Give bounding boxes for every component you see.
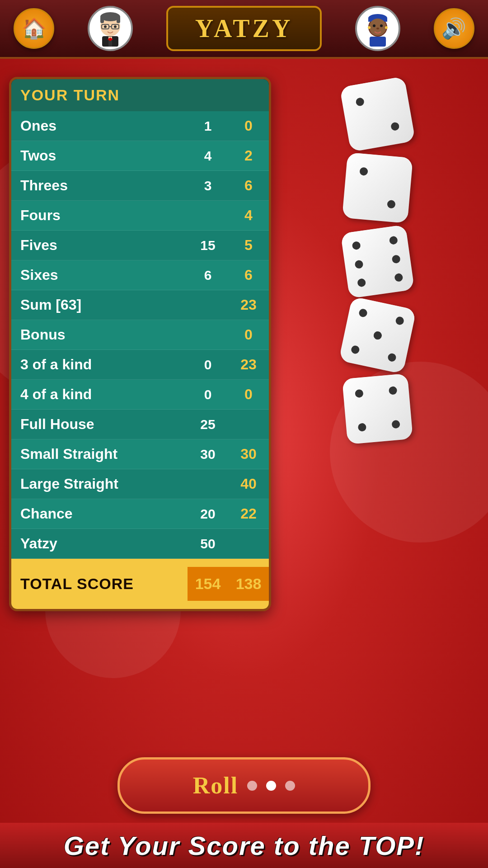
game-title: YATZY [166, 6, 322, 51]
die-4[interactable] [338, 297, 416, 374]
total-label: TOTAL SCORE [20, 575, 188, 593]
row-label-smallstraight: Small Straight [11, 439, 188, 469]
die-3[interactable] [340, 225, 414, 299]
svg-rect-2 [100, 17, 104, 23]
row-label-ones: Ones [11, 111, 188, 141]
title-text: YATZY [195, 14, 293, 42]
row-label-chance: Chance [11, 499, 188, 528]
row-col2-bonus: 0 [228, 320, 269, 349]
row-col2-fives: 5 [228, 231, 269, 260]
die-1[interactable] [339, 76, 415, 152]
dot [372, 330, 382, 340]
table-row: Sum [63] 23 [11, 290, 269, 320]
svg-point-7 [104, 25, 107, 28]
table-row[interactable]: Chance 20 22 [11, 499, 269, 529]
table-row[interactable]: Full House 25 [11, 410, 269, 439]
sound-button[interactable]: 🔊 [434, 8, 474, 49]
bottom-banner: Get Your Score to the TOP! [0, 823, 488, 868]
row-col2-chance: 22 [228, 499, 269, 528]
table-row[interactable]: 3 of a kind 0 23 [11, 350, 269, 380]
dot [357, 423, 366, 432]
table-row[interactable]: Threes 3 6 [11, 171, 269, 201]
row-label-bonus: Bonus [11, 320, 188, 349]
row-label-yatzy: Yatzy [11, 529, 188, 558]
dot [387, 353, 396, 362]
row-col2-twos: 2 [228, 141, 269, 170]
svg-point-20 [385, 26, 388, 29]
dot [395, 316, 404, 326]
row-col1-3kind: 0 [188, 351, 228, 379]
row-label-twos: Twos [11, 141, 188, 170]
row-col1-chance: 20 [188, 500, 228, 528]
row-col2-sum: 23 [228, 290, 269, 320]
row-label-3kind: 3 of a kind [11, 350, 188, 379]
die-5[interactable] [342, 373, 413, 444]
table-row[interactable]: 4 of a kind 0 0 [11, 380, 269, 410]
table-row: Bonus 0 [11, 320, 269, 350]
roll-button[interactable]: Roll [117, 757, 371, 814]
your-turn-header: YOUR TURN [11, 79, 269, 111]
row-col2-sixes: 6 [228, 260, 269, 290]
table-row[interactable]: Sixes 6 6 [11, 260, 269, 290]
row-col1-bonus [188, 329, 228, 341]
table-row[interactable]: Large Straight 40 [11, 469, 269, 499]
row-col1-largestraight [188, 478, 228, 491]
home-icon: 🏠 [22, 17, 47, 40]
banner-text: Get Your Score to the TOP! [64, 830, 425, 861]
roll-indicator-1 [247, 781, 257, 791]
dot [389, 236, 398, 245]
dot [358, 308, 367, 318]
sound-icon: 🔊 [441, 17, 466, 40]
row-label-fullhouse: Full House [11, 410, 188, 439]
home-button[interactable]: 🏠 [14, 8, 54, 49]
main-content: YOUR TURN Ones 1 0 Twos 4 2 Threes 3 6 F… [0, 59, 488, 629]
table-row[interactable]: Fours 4 [11, 201, 269, 231]
row-col1-smallstraight: 30 [188, 440, 228, 468]
row-col2-3kind: 23 [228, 350, 269, 379]
row-label-4kind: 4 of a kind [11, 380, 188, 409]
table-row[interactable]: Small Straight 30 30 [11, 439, 269, 469]
row-col1-twos: 4 [188, 142, 228, 170]
player2-avatar [355, 6, 400, 51]
row-label-sum: Sum [63] [11, 290, 188, 320]
dot [391, 255, 400, 264]
dot [355, 389, 364, 398]
table-row[interactable]: Yatzy 50 [11, 529, 269, 559]
row-col1-4kind: 0 [188, 381, 228, 409]
table-row[interactable]: Ones 1 0 [11, 111, 269, 141]
row-label-threes: Threes [11, 171, 188, 200]
header: 🏠 YATZY [0, 0, 488, 59]
dot [390, 122, 399, 131]
row-col2-threes: 6 [228, 171, 269, 200]
row-col2-ones: 0 [228, 111, 269, 141]
roll-button-container: Roll [0, 757, 488, 814]
die-2[interactable] [342, 152, 413, 223]
player2-avatar-svg [360, 10, 396, 47]
row-col1-fives: 15 [188, 231, 228, 259]
dot [359, 167, 368, 176]
svg-rect-21 [370, 37, 386, 47]
row-label-largestraight: Large Straight [11, 469, 188, 499]
dot [387, 200, 396, 209]
dot [355, 97, 365, 107]
svg-rect-3 [117, 17, 120, 23]
total-row: TOTAL SCORE 154 138 [11, 559, 269, 609]
row-label-fours: Fours [11, 201, 188, 230]
row-col1-threes: 3 [188, 172, 228, 200]
dot [388, 386, 397, 395]
table-row[interactable]: Fives 15 5 [11, 231, 269, 260]
player1-avatar [88, 6, 133, 51]
row-col2-smallstraight: 30 [228, 439, 269, 469]
total-score1: 154 [188, 567, 228, 601]
table-row[interactable]: Twos 4 2 [11, 141, 269, 171]
row-col1-sixes: 6 [188, 261, 228, 289]
row-col1-ones: 1 [188, 112, 228, 140]
row-col2-yatzy [228, 538, 269, 550]
svg-point-17 [380, 24, 383, 27]
svg-point-19 [368, 26, 371, 29]
row-col1-fours [188, 209, 228, 222]
dice-area [276, 77, 479, 611]
row-col1-sum [188, 299, 228, 311]
roll-indicator-2 [266, 781, 276, 791]
row-col1-fullhouse: 25 [188, 410, 228, 439]
